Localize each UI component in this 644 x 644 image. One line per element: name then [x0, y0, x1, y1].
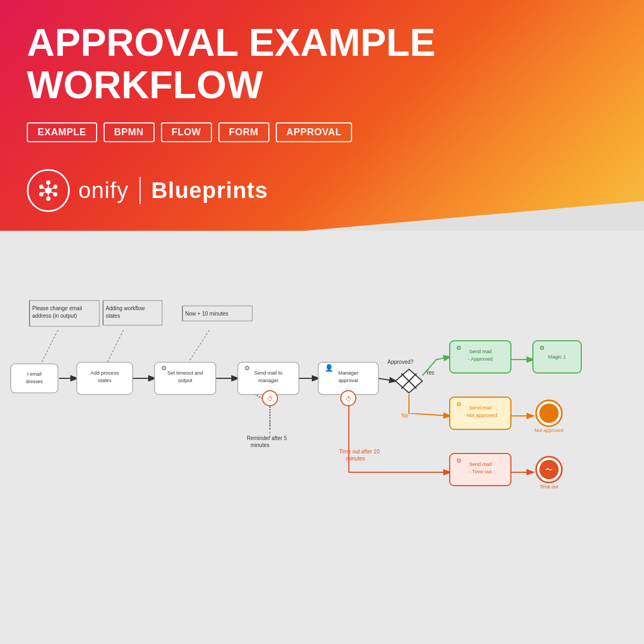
svg-text:Adding workflow: Adding workflow: [106, 305, 145, 311]
svg-text:- Approved: - Approved: [468, 356, 493, 362]
svg-text:states: states: [106, 313, 120, 319]
page-title: APPROVAL EXAMPLE WORKFLOW: [27, 21, 617, 106]
header-section: APPROVAL EXAMPLE WORKFLOW EXAMPLE BPMN F…: [0, 0, 644, 258]
tag-bpmn: BPMN: [104, 122, 155, 142]
svg-point-1: [46, 180, 50, 185]
logo-icon: [35, 177, 62, 204]
svg-text:Time out: Time out: [540, 484, 559, 489]
svg-text:Approved?: Approved?: [387, 359, 414, 365]
svg-text:output: output: [178, 377, 193, 383]
svg-point-2: [53, 185, 57, 189]
svg-point-4: [46, 196, 50, 201]
tags-container: EXAMPLE BPMN FLOW FORM APPROVAL: [27, 122, 617, 142]
svg-text:Magic 1: Magic 1: [548, 354, 566, 360]
svg-text:Set timeout and: Set timeout and: [167, 370, 203, 376]
svg-text:Send mail: Send mail: [469, 461, 492, 467]
svg-point-6: [39, 185, 43, 189]
svg-text:approval: approval: [339, 377, 358, 383]
svg-text:⚙: ⚙: [244, 364, 250, 372]
svg-text:⚙: ⚙: [539, 345, 545, 351]
svg-text:Time out after 10: Time out after 10: [339, 449, 380, 455]
onify-logo: [27, 169, 70, 212]
svg-text:states: states: [98, 377, 112, 383]
brand-name: onify: [78, 178, 129, 203]
tag-form: FORM: [218, 122, 269, 142]
svg-text:⏱: ⏱: [267, 396, 273, 402]
svg-text:Send mail: Send mail: [469, 348, 492, 354]
tag-flow: FLOW: [161, 122, 212, 142]
svg-text:Manager: Manager: [338, 370, 358, 376]
svg-text:⏱: ⏱: [346, 396, 352, 402]
brand-divider: [140, 177, 141, 204]
svg-text:Send mail to: Send mail to: [254, 370, 283, 376]
svg-text:⚙: ⚙: [456, 345, 462, 351]
svg-point-81: [539, 404, 559, 423]
svg-point-5: [39, 192, 43, 196]
svg-text:No: No: [401, 413, 408, 419]
svg-text:t email: t email: [27, 371, 42, 377]
svg-text:manager: manager: [258, 377, 279, 383]
svg-text:⚙: ⚙: [456, 401, 462, 407]
svg-text:Please change email: Please change email: [32, 305, 82, 311]
svg-text:address (in output): address (in output): [32, 313, 77, 319]
svg-text:⚙: ⚙: [161, 364, 167, 372]
svg-point-3: [53, 192, 57, 196]
svg-line-39: [378, 378, 396, 381]
diagram-area: Please change email address (in output) …: [0, 231, 644, 644]
branding-section: onify Blueprints: [27, 169, 617, 212]
svg-text:👤: 👤: [325, 363, 334, 372]
tag-approval: APPROVAL: [276, 122, 353, 142]
svg-text:⚙: ⚙: [456, 457, 462, 464]
svg-text:- Time out: - Time out: [469, 469, 492, 474]
svg-text:minutes: minutes: [251, 442, 269, 448]
svg-text:Now + 10 minutes: Now + 10 minutes: [185, 311, 228, 317]
tag-example: EXAMPLE: [27, 122, 97, 142]
svg-text:Add process: Add process: [91, 370, 119, 376]
svg-text:Not approved: Not approved: [535, 428, 564, 433]
brand-blueprints: Blueprints: [151, 178, 268, 203]
svg-rect-44: [11, 364, 58, 393]
bpmn-diagram: Please change email address (in output) …: [0, 231, 644, 644]
svg-text:〜: 〜: [545, 465, 553, 474]
svg-text:- Not approved: - Not approved: [464, 412, 497, 418]
svg-text:Send mail: Send mail: [469, 405, 492, 411]
svg-text:dresses: dresses: [26, 379, 43, 384]
svg-text:Reminder after 5: Reminder after 5: [247, 435, 287, 441]
